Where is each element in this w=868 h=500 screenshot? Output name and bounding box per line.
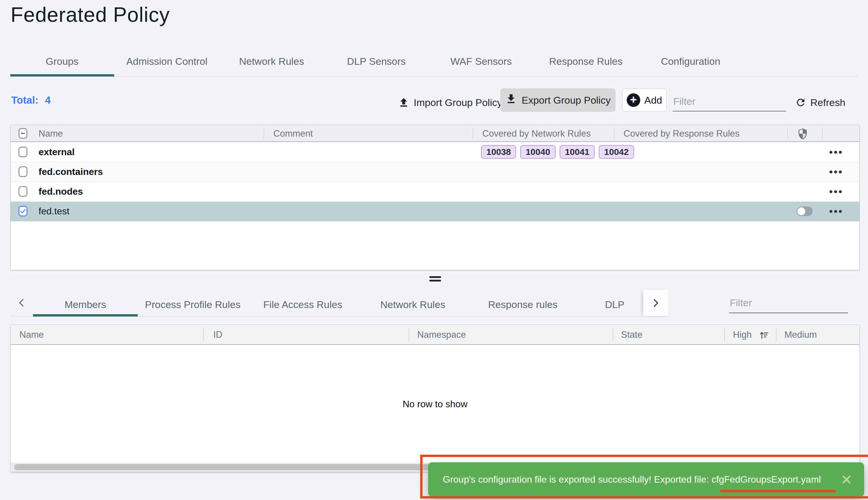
total-label: Total:	[11, 94, 38, 106]
sort-amount-icon[interactable]	[759, 330, 769, 340]
tab-groups[interactable]: Groups	[10, 46, 115, 76]
row-actions-ellipsis-icon[interactable]	[830, 162, 847, 182]
col-header-covered-by-network-rules[interactable]: Covered by Network Rules	[482, 125, 591, 142]
import-group-policy-label: Import Group Policy	[414, 97, 502, 109]
select-all-checkbox[interactable]	[19, 128, 27, 139]
row-divider	[11, 182, 859, 182]
tab-waf-sensors-label: WAF Sensors	[450, 56, 512, 67]
row-checkbox[interactable]	[19, 166, 27, 177]
table-row-fed-containers[interactable]: fed.containers	[11, 162, 859, 182]
network-rule-badge[interactable]: 10038	[481, 145, 516, 159]
federated-policy-page: Federated Policy Groups Admission Contro…	[0, 0, 868, 500]
panel-splitter-drag-handle-icon[interactable]	[429, 276, 441, 283]
table-row-fed-test[interactable]: fed.test	[11, 202, 859, 221]
column-divider	[472, 128, 473, 139]
row-actions-ellipsis-icon[interactable]	[830, 142, 847, 162]
tab-network-rules[interactable]: Network Rules	[219, 46, 324, 76]
empty-table-message: No row to show	[402, 399, 468, 410]
groups-table-header: Name Comment Covered by Network Rules Co…	[11, 125, 859, 142]
column-divider	[614, 128, 614, 139]
tab-response-rules-label: Response Rules	[549, 56, 622, 67]
col-header-id[interactable]: ID	[213, 325, 222, 345]
col-header-namespace[interactable]: Namespace	[417, 325, 466, 345]
row-checkbox[interactable]	[19, 147, 27, 157]
tab-process-profile-rules[interactable]: Process Profile Rules	[138, 293, 248, 316]
chevron-left-icon[interactable]	[15, 294, 28, 311]
tab-dlp-sensors-label: DLP Sensors	[347, 56, 406, 67]
col-header-name[interactable]: Name	[38, 125, 63, 142]
tab-process-profile-rules-label: Process Profile Rules	[145, 299, 241, 310]
check-icon	[20, 208, 26, 214]
col-header-medium[interactable]: Medium	[784, 325, 817, 345]
page-title: Federated Policy	[11, 3, 170, 26]
tab-file-access-rules[interactable]: File Access Rules	[248, 293, 358, 316]
toggle-knob	[797, 207, 805, 215]
col-header-member-name[interactable]: Name	[20, 325, 44, 345]
import-group-policy-button[interactable]: Import Group Policy	[398, 93, 502, 112]
add-button[interactable]: + Add	[622, 88, 667, 112]
tab-response-rules[interactable]: Response Rules	[533, 46, 638, 76]
tab-dlp-label: DLP	[605, 299, 624, 310]
column-divider	[787, 128, 788, 139]
groups-table: Name Comment Covered by Network Rules Co…	[10, 125, 860, 270]
plus-circle-icon: +	[627, 93, 640, 107]
row-actions-ellipsis-icon[interactable]	[830, 182, 847, 202]
protection-toggle-off[interactable]	[797, 206, 813, 216]
tab-members-label: Members	[64, 299, 106, 310]
add-button-label: Add	[644, 94, 662, 106]
column-divider	[613, 328, 613, 341]
tab-configuration-label: Configuration	[661, 56, 720, 67]
network-rule-badge[interactable]: 10041	[560, 145, 595, 159]
col-header-covered-by-response-rules[interactable]: Covered by Response Rules	[623, 125, 740, 142]
group-name: fed.test	[38, 202, 69, 221]
column-divider	[263, 128, 264, 139]
shield-icon	[797, 127, 809, 140]
col-header-comment[interactable]: Comment	[273, 125, 313, 142]
members-table: Name ID Namespace State High Medium No r…	[10, 325, 860, 472]
table-row-fed-nodes[interactable]: fed.nodes	[11, 182, 859, 202]
row-checkbox-checked[interactable]	[19, 206, 27, 216]
tab-file-access-rules-label: File Access Rules	[263, 299, 342, 310]
network-rule-badge[interactable]: 10040	[520, 145, 555, 159]
column-divider	[203, 328, 204, 341]
table-row-external[interactable]: external 10038 10040 10041 10042	[11, 142, 859, 162]
total-value: 4	[45, 94, 51, 106]
tab-configuration[interactable]: Configuration	[638, 46, 743, 76]
network-rule-badges: 10038 10040 10041 10042	[481, 145, 634, 159]
members-table-body: No row to show	[11, 345, 859, 463]
column-divider	[822, 128, 823, 139]
tab-detail-network-rules[interactable]: Network Rules	[358, 293, 468, 316]
export-group-policy-label: Export Group Policy	[522, 94, 611, 106]
column-divider	[724, 328, 725, 341]
groups-filter-input[interactable]	[673, 92, 786, 112]
group-name: fed.containers	[38, 162, 103, 182]
tab-dlp-sensors[interactable]: DLP Sensors	[324, 46, 429, 76]
export-group-policy-button[interactable]: Export Group Policy	[500, 88, 615, 112]
column-divider	[409, 328, 409, 341]
top-tab-bar: Groups Admission Control Network Rules D…	[10, 46, 743, 76]
download-icon	[505, 93, 517, 107]
col-header-high[interactable]: High	[733, 325, 752, 345]
tab-waf-sensors[interactable]: WAF Sensors	[429, 46, 533, 76]
tab-detail-response-rules-label: Response rules	[488, 299, 558, 310]
row-actions-ellipsis-icon[interactable]	[830, 202, 847, 221]
row-checkbox[interactable]	[19, 186, 27, 197]
group-name: external	[38, 142, 75, 162]
tab-dlp[interactable]: DLP	[578, 293, 652, 316]
members-filter-input[interactable]	[729, 293, 848, 313]
tab-detail-response-rules[interactable]: Response rules	[468, 293, 578, 316]
tab-groups-label: Groups	[46, 56, 79, 67]
network-rule-badge[interactable]: 10042	[599, 145, 634, 159]
success-toast: Group's configuration file is exported s…	[428, 462, 864, 497]
chevron-right-icon	[650, 296, 660, 309]
column-divider	[776, 328, 776, 341]
tab-admission-control[interactable]: Admission Control	[115, 46, 219, 76]
col-header-state[interactable]: State	[621, 325, 642, 345]
tab-members[interactable]: Members	[33, 293, 138, 316]
refresh-button[interactable]: Refresh	[795, 93, 845, 112]
detail-tabs-active-indicator	[33, 314, 138, 317]
refresh-label: Refresh	[810, 97, 845, 109]
close-icon[interactable]: ✕	[841, 462, 853, 497]
tabs-scroll-right-area[interactable]	[643, 290, 668, 316]
upload-icon	[398, 96, 410, 109]
